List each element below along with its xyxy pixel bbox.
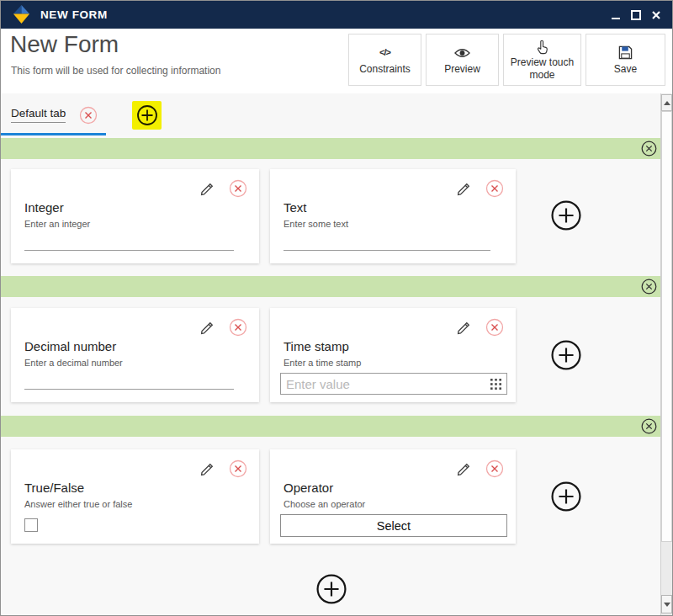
- app-window: NEW FORM New Form This form will be used…: [0, 0, 673, 616]
- constraints-button[interactable]: </> Constraints: [348, 34, 421, 86]
- preview-touch-mode-label: Preview touch mode: [506, 56, 578, 82]
- field-title: Integer: [24, 200, 64, 215]
- add-row-button[interactable]: [315, 573, 347, 605]
- scroll-up-icon[interactable]: [661, 94, 672, 111]
- minimize-icon[interactable]: [609, 8, 622, 22]
- true-false-checkbox[interactable]: [24, 518, 38, 532]
- field-title: Operator: [284, 481, 333, 495]
- app-logo-icon: [12, 4, 31, 25]
- edit-field-icon[interactable]: [198, 179, 216, 198]
- save-button[interactable]: Save: [586, 34, 665, 86]
- preview-button[interactable]: Preview: [426, 34, 499, 86]
- field-description: Answer either true or false: [24, 499, 132, 509]
- field-description: Enter a time stamp: [284, 358, 361, 368]
- picker-grid-icon[interactable]: [490, 379, 501, 390]
- code-icon: </>: [379, 45, 390, 61]
- form-row-band: [1, 416, 662, 437]
- operator-select-button[interactable]: Select: [280, 514, 507, 537]
- field-title: True/False: [24, 481, 84, 495]
- page-title: New Form: [10, 31, 119, 58]
- delete-field-icon[interactable]: [485, 318, 504, 337]
- edit-field-icon[interactable]: [454, 179, 473, 198]
- save-icon: [618, 45, 633, 61]
- field-card-true-false: True/False Answer either true or false: [11, 449, 259, 544]
- scroll-down-icon[interactable]: [661, 595, 672, 613]
- window-controls: [609, 8, 665, 22]
- active-tab-indicator: [1, 133, 106, 135]
- preview-label: Preview: [444, 63, 480, 76]
- edit-field-icon[interactable]: [198, 318, 216, 337]
- form-row-band: [1, 276, 662, 297]
- field-input-line: [24, 389, 234, 390]
- eye-icon: [454, 45, 470, 61]
- timestamp-input-wrap: [280, 373, 507, 395]
- add-field-button[interactable]: [550, 199, 582, 231]
- save-label: Save: [614, 63, 637, 76]
- delete-row-icon[interactable]: [641, 418, 657, 434]
- toolbar: </> Constraints Preview: [348, 34, 665, 86]
- preview-touch-mode-button[interactable]: Preview touch mode: [503, 34, 581, 86]
- tab-default[interactable]: Default tab: [11, 107, 66, 123]
- field-title: Text: [284, 200, 307, 215]
- field-card-time-stamp: Time stamp Enter a time stamp: [270, 308, 516, 402]
- delete-row-icon[interactable]: [641, 141, 657, 157]
- delete-field-icon[interactable]: [229, 459, 247, 478]
- delete-field-icon[interactable]: [229, 179, 247, 198]
- timestamp-input[interactable]: [281, 377, 487, 391]
- scrollbar-thumb[interactable]: [661, 111, 672, 542]
- window-title: NEW FORM: [40, 8, 108, 21]
- field-title: Decimal number: [24, 339, 116, 353]
- field-input-line: [284, 250, 490, 251]
- tab-bar: Default tab: [1, 93, 662, 135]
- field-description: Enter an integer: [24, 219, 90, 229]
- delete-field-icon[interactable]: [229, 318, 247, 337]
- add-field-button[interactable]: [550, 339, 582, 371]
- field-card-decimal-number: Decimal number Enter a decimal number: [11, 308, 259, 402]
- page-subtitle: This form will be used for collecting in…: [11, 65, 220, 77]
- delete-row-icon[interactable]: [641, 279, 657, 295]
- plus-circle-icon: [136, 104, 158, 126]
- add-field-button[interactable]: [550, 481, 582, 512]
- field-card-operator: Operator Choose an operator Select: [270, 449, 516, 544]
- field-input-line: [24, 250, 234, 251]
- field-description: Choose an operator: [284, 499, 365, 509]
- form-row-band: [1, 138, 662, 159]
- add-tab-button[interactable]: [132, 101, 162, 130]
- title-bar: NEW FORM: [1, 1, 672, 29]
- touch-icon: [535, 38, 549, 55]
- field-card-integer: Integer Enter an integer: [11, 169, 259, 263]
- constraints-label: Constraints: [359, 63, 411, 76]
- field-title: Time stamp: [284, 339, 349, 353]
- close-icon[interactable]: [649, 8, 662, 22]
- maximize-icon[interactable]: [629, 8, 642, 22]
- delete-field-icon[interactable]: [485, 179, 504, 198]
- field-card-text: Text Enter some text: [270, 169, 516, 263]
- edit-field-icon[interactable]: [454, 459, 473, 478]
- field-description: Enter some text: [284, 219, 348, 229]
- edit-field-icon[interactable]: [454, 318, 473, 337]
- field-description: Enter a decimal number: [24, 358, 123, 368]
- tab-close-icon[interactable]: [79, 106, 98, 125]
- vertical-scrollbar[interactable]: [660, 93, 672, 615]
- delete-field-icon[interactable]: [485, 459, 504, 478]
- edit-field-icon[interactable]: [198, 459, 216, 478]
- form-header: New Form This form will be used for coll…: [1, 29, 672, 94]
